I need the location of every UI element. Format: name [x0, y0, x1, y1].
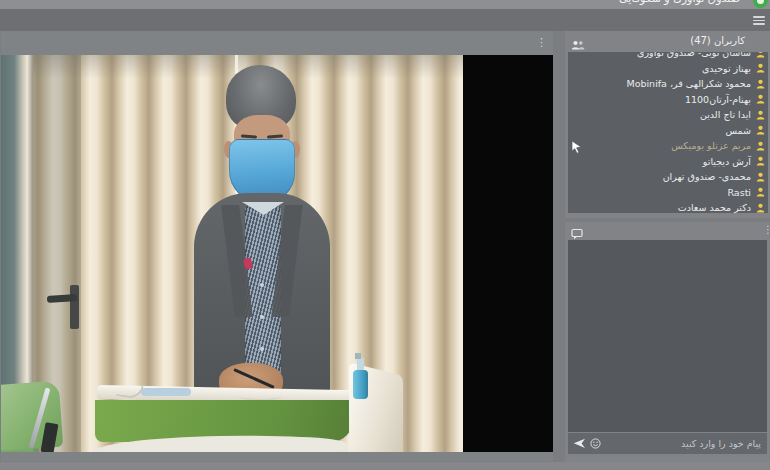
participant-row[interactable]: Rasti — [571, 185, 765, 201]
menu-bar — [0, 9, 770, 31]
participant-name: بهنام-آرتان1100 — [685, 94, 751, 105]
chat-message-area[interactable] — [568, 240, 767, 432]
participant-name: بهناز توحیدی — [702, 63, 751, 74]
participant-row[interactable]: دکتر محمد سعادت — [571, 200, 765, 213]
person-icon — [756, 63, 765, 73]
participant-row[interactable]: ساسان نوبی- صندوق نوآوری — [571, 52, 765, 61]
person-icon — [756, 203, 765, 213]
sanitizer-bottle — [353, 370, 368, 399]
participant-row[interactable]: بهناز توحیدی — [571, 61, 765, 77]
person-icon — [756, 172, 765, 182]
title-bar: صندوق نوآوری و شکوفایی — [0, 0, 770, 9]
participant-row[interactable]: شمس — [571, 123, 765, 139]
participant-name: مریم عزتلو یومیکس — [671, 140, 751, 151]
participants-title: کاربران (47) — [690, 35, 745, 46]
participant-name: دکتر محمد سعادت — [678, 202, 751, 213]
kebab-menu-icon[interactable]: ⋮ — [763, 224, 770, 236]
participant-row[interactable]: محمدی- صندوق تهران — [571, 169, 765, 185]
person-icon — [756, 156, 765, 166]
person-icon — [756, 94, 765, 104]
person-icon — [756, 141, 765, 151]
window-title: صندوق نوآوری و شکوفایی — [619, 0, 740, 5]
participant-name: ساسان نوبی- صندوق نوآوری — [637, 52, 751, 58]
video-pod-header: ⋮ — [1, 31, 553, 55]
door-lock-plate — [70, 285, 79, 329]
send-icon[interactable] — [573, 438, 586, 449]
projection-screen-black — [463, 55, 553, 452]
kebab-menu-icon[interactable]: ⋮ — [536, 36, 546, 49]
participant-row[interactable]: بهنام-آرتان1100 — [571, 92, 765, 108]
participant-name: ایدا تاج الدین — [700, 109, 751, 120]
mask-on-podium — [141, 388, 191, 396]
chat-message-input[interactable] — [601, 433, 767, 454]
chat-panel: ⋮ — [565, 222, 770, 462]
webcam-video — [1, 55, 553, 452]
participants-header: کاربران (47) — [565, 31, 770, 52]
chat-input-row — [568, 433, 767, 454]
sanitizer-bottle-nozzle — [355, 353, 361, 359]
shirt-button — [260, 283, 264, 287]
shirt-button — [260, 347, 264, 351]
green-circle-logo-icon — [753, 0, 768, 8]
person-icon — [756, 52, 765, 58]
participant-name: آرش دیجیاتو — [703, 156, 751, 167]
participant-row[interactable]: محمود شکرالهی فر، Mobinifa — [571, 76, 765, 92]
participant-name: محمود شکرالهی فر، Mobinifa — [626, 78, 751, 89]
participant-name: محمدی- صندوق تهران — [663, 171, 751, 182]
person-icon — [756, 125, 765, 135]
person-icon — [756, 79, 765, 89]
person-icon — [756, 110, 765, 120]
video-pod: ⋮ — [1, 31, 553, 461]
bottom-bar — [0, 462, 770, 470]
person-icon — [756, 187, 765, 197]
participant-name: شمس — [725, 125, 751, 136]
participant-list[interactable]: ساسان نوبی- صندوق نوآوری بهناز توحیدی — [568, 52, 768, 213]
participant-row[interactable]: مریم عزتلو یومیکس — [571, 138, 765, 154]
shirt-button — [260, 315, 264, 319]
chat-header: ⋮ — [565, 222, 770, 240]
participants-panel: کاربران (47) ساسان نوبی- صندوق نوآوری — [565, 31, 770, 218]
participant-row[interactable]: آرش دیجیاتو — [571, 154, 765, 170]
participant-row[interactable]: ایدا تاج الدین — [571, 107, 765, 123]
participant-name: Rasti — [727, 187, 751, 198]
hamburger-menu-icon[interactable] — [753, 16, 765, 25]
meeting-window: صندوق نوآوری و شکوفایی ⋮ — [0, 0, 770, 470]
smiley-icon[interactable] — [590, 438, 601, 449]
